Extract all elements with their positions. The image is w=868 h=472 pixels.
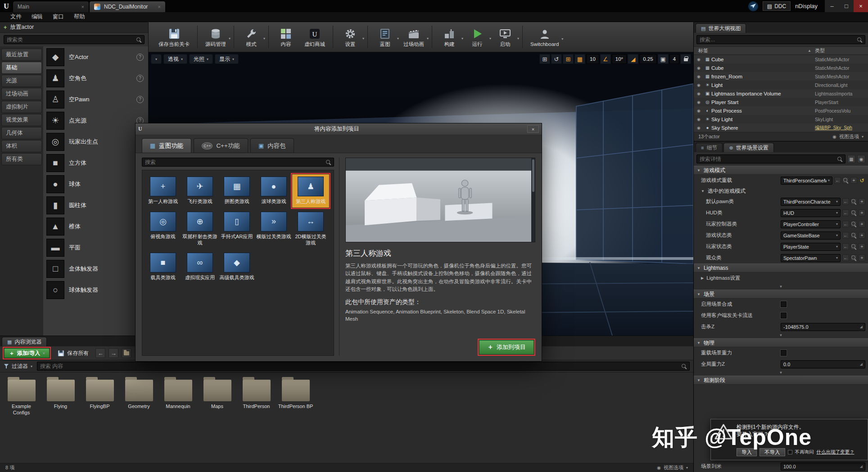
details-search[interactable] bbox=[696, 154, 845, 163]
player-controller-class-dropdown[interactable]: PlayerController▾ bbox=[781, 220, 841, 228]
category-visual-effects[interactable]: 视觉效果 bbox=[1, 114, 42, 126]
toolbar-content-button[interactable]: 内容 bbox=[272, 26, 300, 49]
paper-plane-icon[interactable] bbox=[748, 1, 758, 11]
forward-button[interactable]: → bbox=[108, 348, 118, 358]
grid-snap-icon[interactable]: ▦ bbox=[574, 54, 585, 64]
close-icon[interactable]: × bbox=[854, 0, 868, 12]
menu-window[interactable]: 窗口 bbox=[48, 13, 69, 21]
preview-scrollbar[interactable] bbox=[531, 158, 535, 242]
add-icon[interactable]: + bbox=[859, 209, 865, 216]
template-twin-stick-shooter[interactable]: ⊕双摇杆射击类游戏 bbox=[181, 209, 218, 249]
use-selected-icon[interactable]: ← bbox=[842, 243, 849, 250]
category-geometry[interactable]: 几何体 bbox=[1, 127, 42, 139]
settings-grid-icon[interactable]: ▦ bbox=[847, 155, 855, 163]
window-tab-main[interactable]: Main× bbox=[13, 1, 89, 12]
search-icon[interactable] bbox=[850, 243, 857, 250]
add-import-button[interactable]: ＋ 添加/导入 ▾ bbox=[4, 348, 50, 358]
use-selected-icon[interactable]: ← bbox=[834, 177, 841, 184]
show-flags-button[interactable]: 显示▾ bbox=[215, 54, 239, 64]
world-composition-checkbox[interactable] bbox=[781, 301, 787, 307]
import-button[interactable]: 导入 bbox=[737, 448, 757, 456]
save-all-button[interactable]: 保存所有 bbox=[54, 348, 92, 359]
gamemode-override-dropdown[interactable]: ThirdPersonGameMo▾ bbox=[781, 177, 832, 185]
place-item-cylinder[interactable]: ▮圆柱体? bbox=[43, 195, 148, 216]
minimize-icon[interactable]: – bbox=[825, 0, 839, 12]
add-icon[interactable]: + bbox=[859, 243, 865, 250]
camera-speed-value[interactable]: 4 bbox=[669, 54, 679, 64]
kill-z-input[interactable]: -1048575.0◢ bbox=[781, 323, 865, 331]
visibility-eye-icon[interactable]: ◉ bbox=[694, 117, 704, 122]
filter-button[interactable]: 过滤器 ▾ bbox=[4, 363, 32, 370]
column-type[interactable]: 类型 bbox=[815, 47, 868, 54]
lock-icon[interactable] bbox=[680, 54, 691, 64]
visibility-eye-icon[interactable]: ◉ bbox=[694, 74, 704, 79]
visibility-eye-icon[interactable]: ◉ bbox=[694, 83, 704, 87]
visibility-eye-icon[interactable]: ◉ bbox=[694, 91, 704, 96]
place-item-cube[interactable]: ■立方体? bbox=[43, 152, 148, 173]
grid-snap-value[interactable]: 10 bbox=[586, 54, 599, 64]
toolbar-build-button[interactable]: 构建▾ bbox=[435, 26, 463, 49]
template-vehicle[interactable]: ■载具类游戏 bbox=[145, 250, 181, 284]
place-item-sphere-trigger[interactable]: ○球体触发器? bbox=[43, 279, 148, 300]
class-search[interactable] bbox=[4, 35, 145, 44]
outliner-row-post-process[interactable]: ◉◐Post ProcessPostProcessVolu bbox=[694, 106, 868, 115]
dont-import-button[interactable]: 不导入 bbox=[760, 448, 785, 456]
add-icon[interactable]: + bbox=[859, 198, 865, 205]
template-third-person[interactable]: ♟第三人称游戏 bbox=[292, 174, 329, 208]
outliner-search-input[interactable] bbox=[700, 36, 855, 43]
outliner-row-cube[interactable]: ◉▦CubeStaticMeshActor bbox=[694, 55, 868, 64]
dialog-header[interactable]: U 将内容添加到项目 × bbox=[136, 123, 542, 135]
category-virtual-production[interactable]: 虚拟制片 bbox=[1, 101, 42, 113]
outliner-row-light[interactable]: ◉☀LightDirectionalLight bbox=[694, 81, 868, 89]
camera-reset-icon[interactable]: ↺ bbox=[551, 54, 562, 64]
global-gravity-input[interactable]: 0.0◢ bbox=[781, 360, 865, 368]
surface-snap-icon[interactable]: ⊞ bbox=[563, 54, 574, 64]
tab-cpp-feature[interactable]: C++ C++功能 bbox=[194, 138, 248, 153]
place-item-plane[interactable]: ▬平面? bbox=[43, 237, 148, 258]
template-virtual-reality[interactable]: ∞虚拟现实应用 bbox=[181, 250, 218, 284]
folder-flying[interactable]: Flying bbox=[41, 375, 80, 410]
client-streaming-checkbox[interactable] bbox=[781, 313, 787, 318]
ddc-button[interactable]: ▤DDC bbox=[763, 1, 791, 11]
search-icon[interactable] bbox=[850, 209, 857, 216]
search-icon[interactable] bbox=[850, 254, 857, 261]
maximize-viewport-icon[interactable]: ⊞ bbox=[539, 54, 550, 64]
folder-mannequin[interactable]: Mannequin bbox=[158, 375, 198, 410]
game-state-class-dropdown[interactable]: GameStateBase▾ bbox=[781, 231, 841, 240]
scale-snap-icon[interactable]: ◢ bbox=[628, 54, 638, 64]
tab-blueprint-feature[interactable]: ▦ 蓝图功能 bbox=[142, 138, 191, 153]
lit-mode-button[interactable]: 光照▾ bbox=[189, 54, 213, 64]
content-search-input[interactable] bbox=[40, 363, 679, 369]
rotation-snap-value[interactable]: 10° bbox=[612, 54, 627, 64]
template-flying[interactable]: ✈飞行类游戏 bbox=[181, 174, 218, 208]
category-all-classes[interactable]: 所有类 bbox=[1, 153, 42, 165]
folder-thirdperson-bp[interactable]: ThirdPerson BP bbox=[276, 375, 315, 410]
place-item-cone[interactable]: ▲椎体? bbox=[43, 216, 148, 237]
details-search-input[interactable] bbox=[700, 156, 835, 162]
add-icon[interactable]: + bbox=[859, 254, 865, 261]
folder-geometry[interactable]: Geometry bbox=[119, 375, 158, 410]
folder-flyingbp[interactable]: FlyingBP bbox=[80, 375, 119, 410]
section-physics[interactable]: ▼物理 bbox=[694, 338, 868, 347]
section-game-mode[interactable]: ▼游戏模式 bbox=[694, 166, 868, 175]
outliner-row-type[interactable]: 编辑BP_Sky_Sph bbox=[815, 125, 868, 131]
tab-close-icon[interactable]: × bbox=[81, 4, 84, 9]
menu-edit[interactable]: 编辑 bbox=[27, 13, 48, 21]
template-side-scroller[interactable]: »横版过关类游戏 bbox=[255, 209, 292, 249]
add-to-project-button[interactable]: ＋ 添加到项目 bbox=[479, 340, 534, 354]
search-icon[interactable] bbox=[850, 221, 857, 227]
selected-game-mode-subheader[interactable]: ▼选中的游戏模式 bbox=[694, 186, 868, 196]
outliner-row-cube[interactable]: ◉▦CubeStaticMeshActor bbox=[694, 64, 868, 72]
tab-content-pack[interactable]: ▣ 内容包 bbox=[250, 138, 294, 153]
add-icon[interactable]: + bbox=[850, 177, 857, 184]
template-2d-side-scroller[interactable]: ↔2D横版过关类游戏 bbox=[292, 209, 329, 249]
outliner-row-sky-light[interactable]: ◉☀Sky LightSkyLight bbox=[694, 115, 868, 123]
toolbar-marketplace-button[interactable]: U虚幻商城 bbox=[300, 26, 330, 49]
place-item-box-trigger[interactable]: □盒体触发器? bbox=[43, 258, 148, 279]
eye-icon[interactable]: ◉ bbox=[857, 155, 865, 163]
outliner-row-frozen_room[interactable]: ◉▦frozen_RoomStaticMeshActor bbox=[694, 72, 868, 81]
toolbar-play-button[interactable]: 运行▾ bbox=[463, 26, 491, 49]
toolbar-cinematics-button[interactable]: 过场动画▾ bbox=[399, 26, 429, 49]
lightmass-settings-row[interactable]: ▶ Lightmass设置 bbox=[694, 272, 868, 284]
category-cinematic[interactable]: 过场动画 bbox=[1, 88, 42, 100]
